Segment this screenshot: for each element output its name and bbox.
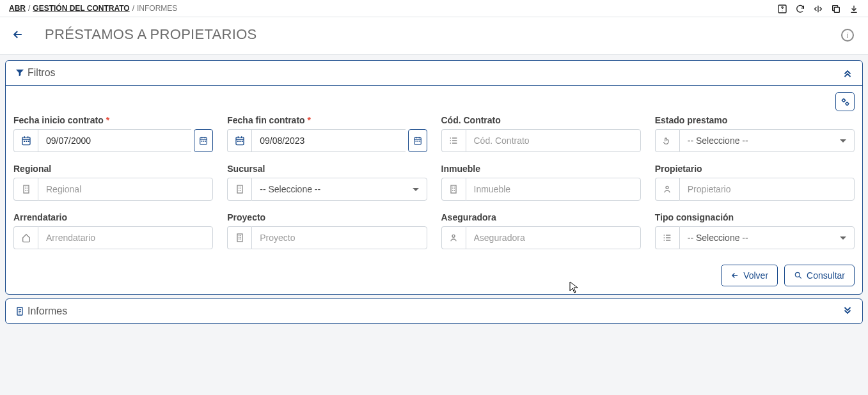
estado-select[interactable]: -- Seleccione -- — [679, 129, 855, 152]
aseguradora-field: Aseguradora — [441, 212, 641, 249]
house-icon — [13, 226, 38, 249]
document-icon — [15, 306, 25, 316]
building-icon — [227, 226, 251, 249]
collapse-icon[interactable] — [842, 67, 853, 79]
regional-input[interactable] — [38, 178, 213, 201]
search-icon — [794, 271, 803, 280]
filters-panel-title: Filtros — [28, 67, 56, 79]
fecha-fin-picker[interactable] — [408, 129, 427, 152]
filters-panel-header[interactable]: Filtros — [6, 61, 862, 85]
sucursal-select[interactable]: -- Seleccione -- — [251, 178, 427, 201]
cod-contrato-field: Cód. Contrato — [441, 115, 641, 152]
calendar-icon — [13, 129, 38, 152]
page-header: PRÉSTAMOS A PROPIETARIOS i — [0, 17, 868, 55]
breadcrumb-section[interactable]: GESTIÓN DEL CONTRATO — [33, 4, 129, 13]
consultar-button[interactable]: Consultar — [784, 265, 855, 286]
tipo-consig-select[interactable]: -- Seleccione -- — [679, 226, 855, 249]
sucursal-field: Sucursal -- Seleccione -- — [227, 164, 427, 201]
user-icon — [441, 226, 466, 249]
proyecto-field: Proyecto — [227, 212, 427, 249]
gears-icon — [840, 97, 850, 107]
refresh-icon[interactable] — [795, 4, 805, 14]
back-button[interactable] — [12, 28, 24, 41]
breadcrumb: ABR / GESTIÓN DEL CONTRATO / INFORMES — [9, 4, 177, 13]
split-icon[interactable] — [813, 4, 823, 14]
chevron-down-icon — [413, 188, 419, 191]
inmueble-input[interactable] — [466, 178, 641, 201]
tipo-consig-field: Tipo consignación -- Seleccione -- — [655, 212, 855, 249]
informes-panel: Informes — [5, 298, 863, 324]
building-icon — [13, 178, 38, 201]
topbar: ABR / GESTIÓN DEL CONTRATO / INFORMES — [0, 0, 868, 17]
volver-button[interactable]: Volver — [721, 265, 778, 286]
chevron-down-icon — [840, 236, 846, 240]
aseguradora-input[interactable] — [466, 226, 641, 249]
fecha-inicio-field: Fecha inicio contrato * — [13, 115, 213, 152]
breadcrumb-root[interactable]: ABR — [9, 4, 26, 13]
informes-panel-header[interactable]: Informes — [6, 299, 862, 323]
download-icon[interactable] — [849, 4, 859, 14]
info-icon[interactable]: i — [841, 29, 854, 42]
list-icon — [655, 226, 679, 249]
fecha-inicio-input[interactable] — [38, 129, 191, 152]
arrendatario-input[interactable] — [38, 226, 213, 249]
fecha-fin-field: Fecha fin contrato * — [227, 115, 427, 152]
propietario-field: Propietario — [655, 164, 855, 201]
top-actions — [777, 4, 859, 14]
arrow-left-icon — [730, 271, 739, 280]
estado-field: Estado prestamo -- Seleccione -- — [655, 115, 855, 152]
informes-panel-title: Informes — [28, 306, 67, 317]
filters-panel: Filtros Fecha inicio contrato * — [5, 60, 863, 295]
proyecto-input[interactable] — [251, 226, 427, 249]
help-icon[interactable] — [777, 4, 787, 14]
propietario-input[interactable] — [679, 178, 855, 201]
chevron-down-icon — [840, 139, 846, 143]
expand-icon[interactable] — [842, 306, 853, 317]
regional-field: Regional — [13, 164, 213, 201]
hand-icon — [655, 129, 679, 152]
cod-contrato-input[interactable] — [466, 129, 641, 152]
fecha-inicio-picker[interactable] — [194, 129, 213, 152]
breadcrumb-current: INFORMES — [137, 4, 177, 13]
list-icon — [441, 129, 466, 152]
building-icon — [441, 178, 466, 201]
user-icon — [655, 178, 679, 201]
building-icon — [227, 178, 251, 201]
filter-icon — [15, 68, 25, 78]
page-title: PRÉSTAMOS A PROPIETARIOS — [45, 26, 257, 43]
settings-button[interactable] — [835, 92, 855, 111]
fecha-fin-input[interactable] — [251, 129, 405, 152]
inmueble-field: Inmueble — [441, 164, 641, 201]
calendar-icon — [227, 129, 251, 152]
arrendatario-field: Arrendatario — [13, 212, 213, 249]
copy-icon[interactable] — [831, 4, 841, 14]
